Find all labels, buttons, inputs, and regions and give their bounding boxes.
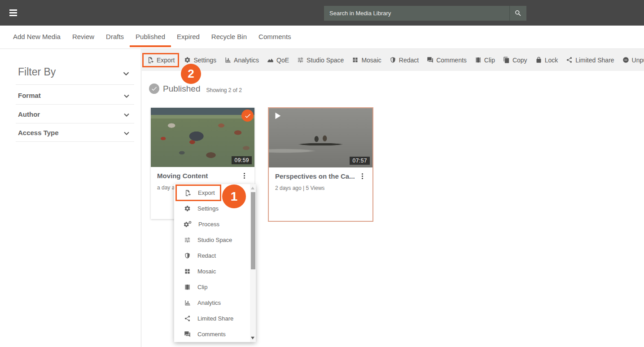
shield-icon xyxy=(184,252,191,259)
menu-scrollbar[interactable] xyxy=(250,184,256,342)
sliders-icon xyxy=(184,237,191,243)
copy-icon xyxy=(503,57,510,63)
filter-sidebar: Filter By Format Author Access Type xyxy=(0,49,141,347)
video-thumbnail[interactable]: 09:59 xyxy=(151,108,254,167)
card-kebab-menu-button[interactable] xyxy=(359,172,366,180)
filter-by-label: Filter By xyxy=(18,66,56,78)
gear-icon xyxy=(184,205,191,212)
chevron-down-icon xyxy=(122,110,131,119)
toolbar-clip-button[interactable]: Clip xyxy=(475,57,495,64)
media-library-search xyxy=(324,6,526,21)
annotation-step-1: 1 xyxy=(222,184,246,208)
filter-by-header[interactable]: Filter By xyxy=(18,66,56,78)
search-input[interactable] xyxy=(324,6,509,21)
menu-icon[interactable] xyxy=(9,9,17,18)
film-icon xyxy=(475,57,482,63)
search-icon xyxy=(514,9,522,17)
chevron-down-icon xyxy=(122,92,131,101)
toolbar-settings-button[interactable]: Settings xyxy=(184,57,216,64)
menu-item-clip[interactable]: Clip xyxy=(174,279,256,295)
toolbar-export-button[interactable]: Export xyxy=(147,57,175,64)
tab-expired[interactable]: Expired xyxy=(171,26,206,48)
toolbar-analytics-button[interactable]: Analytics xyxy=(224,57,259,64)
toolbar-qoe-button[interactable]: QoE xyxy=(267,57,289,64)
lock-icon xyxy=(535,57,542,63)
format-label: Format xyxy=(18,92,41,99)
library-tabs: Add New Media Review Drafts Published Ex… xyxy=(0,26,644,49)
published-heading: Published xyxy=(163,84,200,94)
top-app-bar xyxy=(0,0,644,26)
published-status-icon xyxy=(149,83,159,94)
toolbar-studio-space-button[interactable]: Studio Space xyxy=(297,57,344,64)
scrollbar-up-arrow[interactable] xyxy=(251,187,254,189)
video-thumbnail[interactable]: 07:57 xyxy=(269,108,372,167)
process-gears-icon xyxy=(184,220,192,228)
menu-item-redact[interactable]: Redact xyxy=(174,248,256,264)
film-icon xyxy=(184,284,191,290)
menu-item-mosaic[interactable]: Mosaic xyxy=(174,264,256,279)
media-meta: 2 days ago | 5 Views xyxy=(275,185,366,191)
showing-count: Showing 2 of 2 xyxy=(206,87,241,93)
menu-item-process[interactable]: Process xyxy=(174,216,256,232)
selected-check-badge[interactable] xyxy=(241,110,254,122)
gear-icon xyxy=(184,57,191,63)
menu-scrollbar-thumb[interactable] xyxy=(251,192,255,269)
file-export-icon xyxy=(184,189,191,197)
comments-icon xyxy=(184,331,191,338)
menu-item-comments[interactable]: Comments xyxy=(174,326,256,342)
toolbar-comments-button[interactable]: Comments xyxy=(427,57,467,64)
media-card-perspectives: 07:57 Perspectives on the Ca... 2 days a… xyxy=(268,107,373,222)
toolbar-mosaic-button[interactable]: Mosaic xyxy=(352,57,381,64)
toolbar-redact-button[interactable]: Redact xyxy=(390,57,419,64)
sidebar-section-access-type[interactable]: Access Type xyxy=(0,124,141,142)
check-icon xyxy=(244,112,251,119)
access-type-label: Access Type xyxy=(18,129,59,136)
tab-comments[interactable]: Comments xyxy=(253,26,297,48)
share-icon xyxy=(184,315,191,322)
shield-icon xyxy=(390,57,396,63)
sliders-icon xyxy=(297,57,304,63)
check-icon xyxy=(151,85,158,92)
author-label: Author xyxy=(18,110,40,118)
kebab-icon xyxy=(359,172,366,180)
search-button[interactable] xyxy=(509,6,526,21)
published-section-header: Published Showing 2 of 2 xyxy=(149,83,242,94)
menu-item-studio-space[interactable]: Studio Space xyxy=(174,232,256,248)
toolbar-copy-button[interactable]: Copy xyxy=(503,57,527,64)
tab-recycle-bin[interactable]: Recycle Bin xyxy=(206,26,253,48)
divider xyxy=(16,104,134,105)
toolbar-unpublish-button[interactable]: Unpublish xyxy=(622,57,644,64)
sidebar-section-format[interactable]: Format xyxy=(0,87,141,105)
scrollbar-down-arrow[interactable] xyxy=(251,337,254,339)
tab-add-new-media[interactable]: Add New Media xyxy=(7,26,66,48)
annotation-box-export-toolbar: Export xyxy=(142,53,179,67)
grid-icon xyxy=(352,57,359,63)
toolbar-limited-share-button[interactable]: Limited Share xyxy=(566,57,614,64)
comments-icon xyxy=(427,57,434,63)
media-title[interactable]: Moving Content xyxy=(157,172,208,180)
card-kebab-menu-button[interactable] xyxy=(241,172,248,180)
chevron-down-icon xyxy=(122,129,131,138)
grid-icon xyxy=(184,268,191,275)
divider xyxy=(16,123,134,123)
tab-drafts[interactable]: Drafts xyxy=(100,26,130,48)
bulk-action-toolbar: Export Settings Analytics QoE Studio Spa… xyxy=(142,49,644,71)
menu-item-limited-share[interactable]: Limited Share xyxy=(174,311,256,326)
kebab-icon xyxy=(241,172,248,180)
bar-chart-icon xyxy=(224,57,231,63)
annotation-step-2: 2 xyxy=(181,64,201,84)
media-title[interactable]: Perspectives on the Ca... xyxy=(275,172,355,180)
divider xyxy=(16,141,134,142)
play-icon xyxy=(272,111,282,121)
tab-review[interactable]: Review xyxy=(66,26,100,48)
toolbar-lock-button[interactable]: Lock xyxy=(535,57,558,64)
menu-item-analytics[interactable]: Analytics xyxy=(174,295,256,311)
sidebar-section-author[interactable]: Author xyxy=(0,105,141,123)
duration-badge: 07:57 xyxy=(350,157,370,165)
chevron-down-icon[interactable] xyxy=(121,69,131,79)
tab-published[interactable]: Published xyxy=(130,26,171,48)
share-icon xyxy=(566,57,573,63)
bar-chart-icon xyxy=(184,299,191,306)
block-icon xyxy=(622,57,629,63)
area-chart-icon xyxy=(267,57,274,63)
